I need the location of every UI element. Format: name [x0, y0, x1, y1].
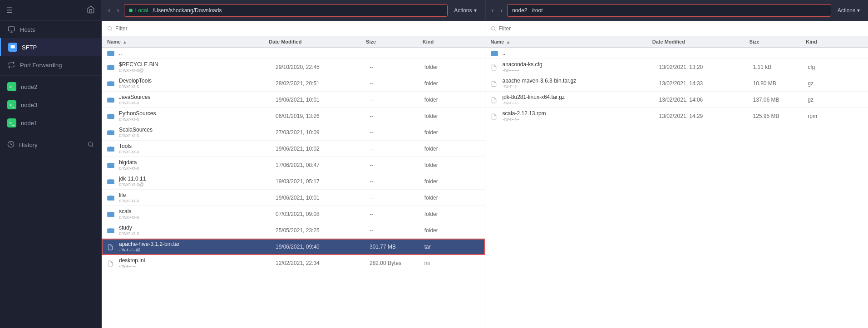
file-name-text: desktop.ini — [119, 257, 276, 264]
file-icon — [491, 64, 499, 70]
left-actions-button[interactable]: Actions ▾ — [450, 5, 480, 15]
file-size: -- — [370, 80, 424, 87]
sidebar-item-node2[interactable]: >_ node2 — [0, 78, 101, 96]
file-kind: folder — [424, 162, 479, 168]
svg-rect-3 — [11, 45, 15, 49]
right-file-table: Name ▲ Date Modified Size Kind .. — [485, 36, 868, 328]
file-size: -- — [370, 146, 424, 152]
table-row[interactable]: $RECYCLE.BIN drwxr-xr-x@ 29/10/2020, 22:… — [102, 59, 485, 75]
right-path-bar[interactable]: node2 /root — [507, 4, 831, 17]
folder-icon — [107, 178, 115, 185]
table-row[interactable]: ScalaSources drwxr-xr-x 27/03/2021, 10:0… — [102, 124, 485, 141]
left-col-name: Name ▲ — [107, 39, 269, 44]
table-row[interactable]: Tools drwxr-xr-x 19/06/2021, 10:02 -- fo… — [102, 141, 485, 157]
file-name-text: jdk-8u281-linux-x64.tar.gz — [503, 94, 659, 100]
sidebar-item-port-forwarding-label: Port Forwarding — [20, 62, 62, 69]
right-actions-button[interactable]: Actions ▾ — [834, 5, 863, 15]
sidebar-item-sftp[interactable]: SFTP — [0, 38, 101, 56]
sidebar-search-icon[interactable] — [88, 141, 94, 149]
file-name-text: $RECYCLE.BIN — [119, 61, 276, 68]
left-path-bar[interactable]: Local /Users/shockang/Downloads — [124, 4, 448, 17]
table-row[interactable]: PythonSources drwxr-xr-x 06/01/2019, 13:… — [102, 108, 485, 124]
left-col-kind: Kind — [423, 39, 479, 44]
home-icon[interactable] — [87, 5, 95, 15]
folder-icon — [107, 227, 115, 234]
file-perm: drwxr-xr-x — [119, 198, 276, 203]
left-col-date: Date Modified — [269, 39, 366, 44]
file-perm: -rw-r--r--@ — [119, 247, 276, 252]
sidebar-item-node3[interactable]: >_ node3 — [0, 96, 101, 114]
right-col-size: Size — [750, 39, 806, 44]
table-row[interactable]: life drwxr-xr-x 19/06/2021, 10:01 -- fol… — [102, 190, 485, 206]
table-row[interactable]: scala drwxr-xr-x 07/03/2021, 09:08 -- fo… — [102, 206, 485, 222]
table-row[interactable]: study drwxr-xr-x 25/05/2021, 23:25 -- fo… — [102, 222, 485, 239]
file-perm: drwxr-xr-x — [119, 117, 276, 122]
file-name-cell: desktop.ini -rw-r--r-- — [119, 257, 276, 269]
table-row[interactable]: jdk-8u281-linux-x64.tar.gz -rw-r--r-- 13… — [485, 92, 868, 108]
right-filter-input[interactable] — [499, 25, 863, 32]
table-row[interactable]: DevelopTools drwxr-xr-x 28/02/2021, 20:5… — [102, 75, 485, 92]
sidebar-item-port-forwarding[interactable]: Port Forwarding — [0, 56, 101, 73]
right-pane: ‹ › node2 /root Actions ▾ Name ▲ Da — [485, 0, 868, 328]
svg-line-8 — [111, 29, 112, 30]
file-perm: -rw-r--r-- — [503, 100, 659, 105]
svg-line-6 — [92, 146, 94, 147]
file-size: -- — [370, 97, 424, 103]
file-date: 13/02/2021, 13:20 — [659, 64, 753, 70]
file-kind: folder — [424, 64, 479, 70]
table-row[interactable]: scala-2.12.13.rpm -rw-r--r-- 13/02/2021,… — [485, 108, 868, 124]
left-nav-forward[interactable]: › — [115, 5, 121, 16]
file-date: 13/02/2021, 14:06 — [659, 97, 753, 103]
hosts-icon — [7, 25, 15, 34]
right-filter-bar — [485, 21, 868, 36]
table-row[interactable]: .. — [102, 48, 485, 59]
file-perm: drwxr-xr-x — [119, 149, 276, 154]
folder-icon — [107, 162, 115, 168]
table-row[interactable]: desktop.ini -rw-r--r-- 12/02/2021, 22:34… — [102, 255, 485, 271]
file-icon — [491, 80, 499, 87]
file-name-text: jdk-11.0.11 — [119, 176, 276, 182]
hamburger-icon[interactable]: ☰ — [6, 6, 13, 15]
table-row[interactable]: apache-hive-3.1.2-bin.tar -rw-r--r--@ 19… — [102, 239, 485, 255]
sidebar-item-hosts-label: Hosts — [20, 26, 35, 33]
table-row[interactable]: .. — [485, 48, 868, 59]
file-icon — [491, 113, 499, 119]
folder-icon — [107, 146, 115, 152]
right-sort-arrow: ▲ — [506, 39, 510, 44]
table-row[interactable]: jdk-11.0.11 drwxr-xr-x@ 19/03/2021, 05:1… — [102, 173, 485, 190]
file-size: -- — [370, 227, 424, 234]
file-name-text: apache-maven-3.6.3-bin.tar.gz — [503, 78, 659, 84]
table-row[interactable]: bigdata drwxr-xr-x 17/06/2021, 08:47 -- … — [102, 157, 485, 173]
right-col-kind: Kind — [806, 39, 863, 44]
sidebar: ☰ Hosts SFTP Port Forwarding >_ node2 >_… — [0, 0, 102, 328]
file-size: -- — [370, 211, 424, 217]
left-filter-bar — [102, 21, 485, 36]
history-icon — [7, 141, 15, 149]
left-path-text: /Users/shockang/Downloads — [153, 7, 222, 14]
file-date: 07/03/2021, 09:08 — [276, 211, 370, 217]
right-actions-chevron: ▾ — [857, 7, 860, 14]
sidebar-item-history[interactable]: History — [7, 141, 37, 149]
file-size: 137.06 MB — [753, 97, 808, 103]
right-nav-back[interactable]: ‹ — [490, 5, 496, 16]
file-name-cell: scala-2.12.13.rpm -rw-r--r-- — [503, 110, 659, 122]
right-table-header: Name ▲ Date Modified Size Kind — [485, 36, 868, 48]
file-size: 301.77 MB — [370, 244, 424, 250]
right-col-name: Name ▲ — [491, 39, 652, 44]
file-date: 17/06/2021, 08:47 — [276, 162, 370, 168]
left-nav-back[interactable]: ‹ — [106, 5, 112, 16]
left-filter-input[interactable] — [115, 25, 479, 32]
file-name-cell: apache-maven-3.6.3-bin.tar.gz -rw-r--r-- — [503, 78, 659, 89]
file-kind: gz — [808, 80, 863, 87]
right-nav-forward[interactable]: › — [498, 5, 504, 16]
file-name-text: .. — [119, 50, 276, 56]
sidebar-item-hosts[interactable]: Hosts — [0, 21, 101, 38]
table-row[interactable]: anaconda-ks.cfg -rw------- 13/02/2021, 1… — [485, 59, 868, 75]
file-kind: folder — [424, 129, 479, 136]
table-row[interactable]: JavaSources drwxr-xr-x 19/06/2021, 10:01… — [102, 92, 485, 108]
sidebar-item-node1[interactable]: >_ node1 — [0, 114, 101, 132]
file-date: 28/02/2021, 20:51 — [276, 80, 370, 87]
file-name-text: scala — [119, 208, 276, 215]
table-row[interactable]: apache-maven-3.6.3-bin.tar.gz -rw-r--r--… — [485, 75, 868, 92]
file-size: -- — [370, 129, 424, 136]
